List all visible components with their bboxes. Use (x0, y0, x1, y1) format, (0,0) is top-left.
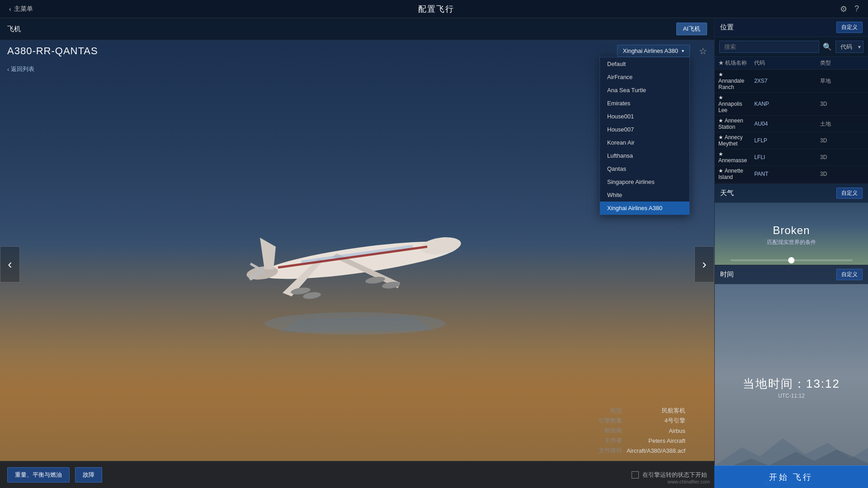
code-select[interactable]: 代码 (835, 41, 863, 53)
next-aircraft-button[interactable]: › (694, 246, 714, 282)
livery-menu: Default AirFrance Ana Sea Turtle Emirate… (599, 57, 690, 215)
airport-type: 3D (816, 132, 868, 149)
engine-start-label: 在引擎运转的状态下开始 (642, 471, 707, 479)
time-display: 当地时间：13:12 (743, 376, 840, 392)
author-value: Peters Aircraft (627, 436, 685, 445)
location-customize-button[interactable]: 自定义 (836, 22, 863, 33)
airport-type: 3D (816, 93, 868, 116)
airport-type: 草地 (816, 70, 868, 93)
livery-item-singaporeair[interactable]: Singapore Airlines (600, 175, 689, 188)
airport-name: ★ Anneen Station (715, 116, 750, 132)
author-label: 主作者 (599, 436, 625, 445)
airport-name: ★ Annapolis Lee (715, 93, 750, 116)
help-icon[interactable]: ? (854, 4, 859, 14)
airport-name: ★ Annemasse (715, 149, 750, 166)
airport-code: LFLI (750, 149, 816, 166)
livery-item-house007[interactable]: House007 (600, 123, 689, 136)
airport-table-body: ★ Annandale Ranch 2XS7 草地 ★ Annapolis Le… (715, 70, 868, 184)
livery-dropdown: Xinghai Airlines A380 ▾ Default AirFranc… (617, 45, 690, 57)
back-chevron-icon: ‹ (7, 66, 9, 73)
failure-button[interactable]: 故障 (75, 467, 102, 483)
livery-item-default[interactable]: Default (600, 57, 689, 70)
time-panel-header: 时间 自定义 (715, 265, 868, 284)
back-chevron-icon: ‹ (9, 5, 11, 13)
livery-item-xinghai[interactable]: Xinghai Airlines A380 (600, 202, 689, 215)
start-flight-label: 开始 飞行 (769, 472, 813, 483)
prev-aircraft-button[interactable]: ‹ (0, 246, 20, 282)
table-row[interactable]: ★ Annapolis Lee KANP 3D (715, 93, 868, 116)
table-row[interactable]: ★ Anningie YANN 土地 (715, 183, 868, 184)
time-content: 当地时间：13:12 UTC-11:12 (715, 284, 868, 488)
search-bar: 🔍 代码 (715, 37, 868, 57)
livery-item-lufthansa[interactable]: Lufthansa (600, 149, 689, 162)
left-arrow-icon: ‹ (8, 257, 12, 272)
aircraft-name: A380-RR-QANTAS (7, 45, 98, 57)
col-code: 代码 (750, 57, 816, 70)
back-to-main[interactable]: ‹ 主菜单 (9, 5, 33, 13)
local-time-label: 当地时间： (743, 377, 806, 390)
aircraft-panel-header: 飞机 AI飞机 (0, 18, 714, 40)
right-panel: 位置 自定义 🔍 代码 ★ 机场名称 代码 类型 (714, 18, 868, 488)
back-to-list[interactable]: ‹ 返回列表 (7, 65, 34, 73)
airport-table-wrap[interactable]: ★ 机场名称 代码 类型 ★ Annandale Ranch 2XS7 草地 ★… (715, 57, 868, 183)
airport-code: KANP (750, 93, 816, 116)
engine-label: 引擎数量 (599, 417, 625, 425)
livery-item-airfrance[interactable]: AirFrance (600, 70, 689, 84)
livery-item-qantas[interactable]: Qantas (600, 162, 689, 175)
airport-name: ★ Annecy Meythet (715, 132, 750, 149)
start-flight-button[interactable]: 开始 飞行 (714, 465, 868, 488)
col-type: 类型 (816, 57, 868, 70)
type-value: 民航客机 (627, 407, 685, 415)
table-header-row: ★ 机场名称 代码 类型 (715, 57, 868, 70)
engine-start-checkbox[interactable] (632, 471, 639, 479)
airport-code: AU04 (750, 116, 816, 132)
livery-item-house001[interactable]: House001 (600, 110, 689, 123)
weather-customize-button[interactable]: 自定义 (836, 188, 863, 199)
ai-aircraft-button[interactable]: AI飞机 (676, 23, 707, 35)
airport-type: 3D (816, 149, 868, 166)
weather-content: Broken 匹配现实世界的条件 (715, 203, 868, 265)
livery-item-anasea[interactable]: Ana Sea Turtle (600, 84, 689, 97)
table-row[interactable]: ★ Annecy Meythet LFLP 3D (715, 132, 868, 149)
airport-name: ★ Anningie (715, 183, 750, 184)
airport-code: LFLP (750, 132, 816, 149)
aircraft-bottom-bar: 重量、平衡与燃油 故障 在引擎运转的状态下开始 (0, 461, 714, 488)
airport-code: 2XS7 (750, 70, 816, 93)
time-panel: 时间 自定义 当地时间：13:12 UTC-11:12 (715, 265, 868, 488)
airport-name: ★ Annette Island (715, 166, 750, 183)
airport-code: PANT (750, 166, 816, 183)
weather-condition: Broken (773, 224, 810, 237)
livery-selected-label: Xinghai Airlines A380 (623, 47, 678, 54)
weather-panel: 天气 自定义 Broken 匹配现实世界的条件 (715, 184, 868, 265)
search-input[interactable] (719, 41, 819, 53)
time-customize-button[interactable]: 自定义 (836, 269, 863, 280)
engine-start-option: 在引擎运转的状态下开始 (632, 471, 707, 479)
page-title: 配置飞行 (418, 4, 454, 14)
weight-balance-button[interactable]: 重量、平衡与燃油 (7, 467, 70, 483)
livery-item-emirates[interactable]: Emirates (600, 97, 689, 110)
aircraft-image (210, 170, 504, 342)
livery-item-white[interactable]: White (600, 188, 689, 202)
topbar-actions: ⚙ ? (840, 4, 859, 14)
table-row[interactable]: ★ Anneen Station AU04 土地 (715, 116, 868, 132)
col-star: ★ 机场名称 (715, 57, 750, 70)
livery-item-koreanair[interactable]: Korean Air (600, 136, 689, 149)
right-arrow-icon: › (702, 257, 706, 272)
type-label: 机型 (599, 407, 625, 415)
topbar: ‹ 主菜单 配置飞行 ⚙ ? (0, 0, 868, 18)
table-row[interactable]: ★ Annandale Ranch 2XS7 草地 (715, 70, 868, 93)
airport-type: 土地 (816, 183, 868, 184)
weather-panel-title: 天气 (720, 189, 734, 197)
path-label: 文件路径 (599, 446, 625, 455)
aircraft-content: A380-RR-QANTAS Xinghai Airlines A380 ▾ D… (0, 40, 714, 488)
airport-type: 3D (816, 166, 868, 183)
table-row[interactable]: ★ Annemasse LFLI 3D (715, 149, 868, 166)
settings-icon[interactable]: ⚙ (840, 4, 847, 14)
livery-dropdown-button[interactable]: Xinghai Airlines A380 ▾ (617, 45, 690, 57)
path-value: Aircraft/A380/A388.acf (627, 446, 685, 455)
favorite-star-button[interactable]: ☆ (699, 46, 707, 56)
table-row[interactable]: ★ Annette Island PANT 3D (715, 166, 868, 183)
location-panel: 位置 自定义 🔍 代码 ★ 机场名称 代码 类型 (715, 18, 868, 184)
airport-type: 土地 (816, 116, 868, 132)
weather-description: 匹配现实世界的条件 (767, 239, 816, 246)
